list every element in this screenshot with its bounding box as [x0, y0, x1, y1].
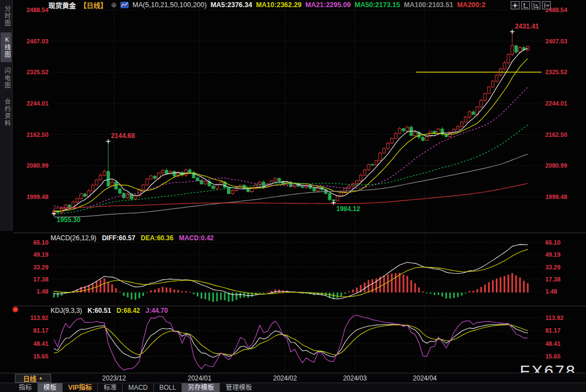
candle[interactable] [414, 132, 417, 136]
candle[interactable] [103, 172, 106, 175]
candle[interactable] [161, 170, 164, 173]
candle[interactable] [515, 46, 517, 52]
candle[interactable] [437, 129, 440, 134]
indicator-alert-dot[interactable] [13, 307, 18, 312]
candle[interactable] [503, 63, 506, 69]
candle[interactable] [76, 198, 79, 202]
kdj-d-value: D:68.42 [117, 307, 140, 314]
candle[interactable] [480, 100, 483, 107]
candle[interactable] [488, 87, 490, 93]
candle[interactable] [68, 205, 71, 208]
candle[interactable] [219, 182, 222, 184]
candle[interactable] [356, 180, 358, 184]
tab-indicators[interactable]: 指标 [13, 383, 37, 392]
tab-vip-indicators[interactable]: VIP指标 [62, 383, 97, 392]
candle[interactable] [212, 186, 214, 189]
candle[interactable] [422, 137, 424, 141]
candle[interactable] [231, 191, 234, 194]
candle[interactable] [518, 48, 521, 52]
candle[interactable] [363, 170, 366, 175]
tab-boll[interactable]: BOLL [153, 383, 182, 392]
candle[interactable] [251, 188, 253, 191]
period-selector-button[interactable]: 日线 ▲ [15, 374, 51, 383]
shift-right-icon[interactable] [542, 1, 551, 9]
candle[interactable] [80, 194, 82, 198]
x-axis-scale-icon[interactable] [532, 1, 540, 9]
candle[interactable] [511, 46, 513, 54]
mini-chart-icon[interactable] [120, 2, 129, 8]
candle[interactable] [301, 186, 304, 187]
price-annotation: 1955.30 [57, 216, 81, 224]
sidebar-item-lightning-chart[interactable]: 闪电图 [1, 64, 12, 93]
candle[interactable] [278, 178, 280, 181]
candle[interactable] [394, 134, 397, 139]
candle[interactable] [367, 164, 370, 170]
sidebar-item-contract-info[interactable]: 合约资料 [1, 95, 12, 131]
candle[interactable] [468, 112, 471, 117]
candle[interactable] [464, 117, 467, 122]
candle[interactable] [200, 180, 203, 184]
candle[interactable] [110, 182, 113, 186]
add-compare-icon[interactable]: ⊕ [111, 1, 117, 9]
candle[interactable] [383, 148, 385, 153]
candle[interactable] [107, 172, 109, 186]
candle[interactable] [274, 178, 277, 181]
candle[interactable] [390, 139, 393, 143]
candle[interactable] [328, 194, 331, 200]
candle[interactable] [406, 127, 409, 131]
candle[interactable] [402, 129, 405, 131]
candle[interactable] [456, 126, 459, 129]
candle[interactable] [495, 75, 498, 81]
candle[interactable] [153, 176, 156, 178]
candle[interactable] [371, 164, 374, 165]
candle[interactable] [472, 112, 475, 114]
candle[interactable] [386, 143, 389, 148]
candle[interactable] [91, 185, 94, 191]
candle[interactable] [189, 170, 191, 173]
candle[interactable] [165, 170, 168, 174]
candle[interactable] [379, 153, 382, 160]
sidebar-item-kline-chart[interactable]: K线图 [1, 32, 12, 62]
macd-title[interactable]: MACD(26,12,9) [51, 234, 96, 242]
tab-manage-templates[interactable]: 管理模板 [219, 383, 257, 392]
candle[interactable] [507, 54, 510, 63]
tab-save-template[interactable]: 另存模板 [181, 383, 219, 392]
candle[interactable] [173, 172, 176, 176]
candle[interactable] [196, 178, 199, 181]
sidebar-item-time-chart[interactable]: 分时图 [1, 2, 12, 31]
y-axis-scale-icon[interactable] [521, 1, 530, 9]
candle[interactable] [119, 189, 121, 194]
candle[interactable] [452, 129, 455, 132]
candle[interactable] [99, 175, 102, 180]
candle[interactable] [375, 161, 378, 165]
candle[interactable] [336, 196, 339, 201]
candle[interactable] [398, 129, 401, 134]
tab-macd[interactable]: MACD [122, 383, 153, 392]
candle[interactable] [491, 81, 494, 87]
period-tag[interactable]: 【日线】 [80, 0, 107, 10]
candle[interactable] [150, 176, 152, 179]
candle[interactable] [344, 188, 346, 192]
candle[interactable] [527, 46, 529, 49]
candle[interactable] [84, 194, 86, 196]
candle[interactable] [115, 182, 118, 189]
ma-periods-label[interactable]: MA(5,10,21,50,100,200) [132, 1, 207, 9]
chart-canvas[interactable]: 2488.542488.542407.032407.032325.522325.… [0, 0, 586, 392]
candle[interactable] [185, 170, 187, 175]
candle[interactable] [258, 182, 261, 185]
pan-crosshair-icon[interactable] [511, 1, 519, 9]
candle[interactable] [95, 180, 98, 185]
ma21-value: MA21:2295.09 [305, 1, 351, 9]
symbol-name[interactable]: 现货黄金 [48, 0, 76, 10]
candle[interactable] [360, 175, 362, 181]
candle[interactable] [142, 185, 145, 190]
time-axis-month-label: 2023/12 [102, 374, 126, 382]
candle[interactable] [204, 181, 207, 184]
candle[interactable] [313, 188, 316, 191]
candle[interactable] [460, 122, 463, 126]
kdj-title[interactable]: KDJ(9,3,3) [51, 307, 82, 314]
tab-templates[interactable]: 模板 [37, 383, 62, 392]
candle[interactable] [484, 93, 487, 101]
tab-standard[interactable]: 标准 [97, 383, 122, 392]
candle[interactable] [146, 179, 148, 185]
